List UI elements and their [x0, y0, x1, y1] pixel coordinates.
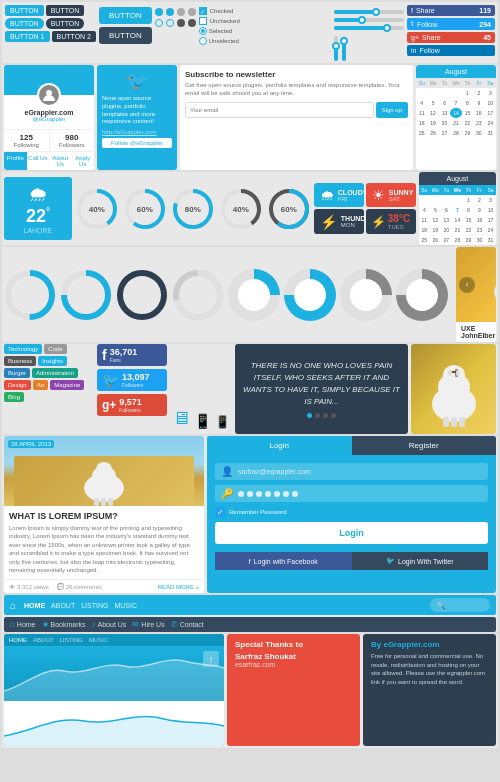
- cal-date-31[interactable]: 31: [485, 128, 496, 138]
- cal-date-22[interactable]: 22: [462, 118, 473, 128]
- cal-date-17[interactable]: 17: [485, 108, 496, 118]
- cal-date-8[interactable]: 8: [462, 98, 473, 108]
- share-fb[interactable]: f Share 119: [407, 5, 495, 16]
- cal-date-5[interactable]: 5: [427, 98, 438, 108]
- cal2-date-23[interactable]: 23: [474, 225, 485, 235]
- follow-li[interactable]: in Follow: [407, 45, 495, 56]
- tw-login-btn[interactable]: 🐦 Login With Twitter: [352, 552, 489, 570]
- quote-dot-4[interactable]: [331, 413, 336, 418]
- vslider-1[interactable]: [334, 36, 338, 61]
- cal2-date-3[interactable]: 3: [485, 195, 496, 205]
- tag-1[interactable]: BUTTON 1: [5, 31, 50, 42]
- pnav-aboutus[interactable]: About Us: [49, 152, 72, 170]
- chart-nav-music[interactable]: MUSIC: [89, 637, 108, 643]
- cal2-date-19[interactable]: 19: [430, 225, 441, 235]
- cal-date-13[interactable]: 13: [439, 108, 450, 118]
- nav2-contact[interactable]: ✆ Contact: [171, 620, 204, 629]
- cal-date-14[interactable]: 14: [450, 108, 461, 118]
- cal2-date-10[interactable]: 10: [485, 205, 496, 215]
- follow-tweet-btn[interactable]: Follow @eGrappler: [102, 138, 172, 148]
- tag-blog[interactable]: Blog: [4, 392, 24, 402]
- cal2-date-17[interactable]: 17: [485, 215, 496, 225]
- chart-nav-listing[interactable]: LISTING: [60, 637, 83, 643]
- cal-date-6[interactable]: 6: [439, 98, 450, 108]
- cal-date-29[interactable]: 29: [462, 128, 473, 138]
- email-input[interactable]: [238, 468, 482, 475]
- quote-dot-3[interactable]: [323, 413, 328, 418]
- cal2-date-9[interactable]: 9: [474, 205, 485, 215]
- cal-date-3[interactable]: 3: [485, 88, 496, 98]
- fb-followers[interactable]: f 36,701 Fans: [97, 344, 167, 366]
- tab-register[interactable]: Register: [352, 436, 497, 455]
- cal2-date-18[interactable]: 18: [419, 225, 430, 235]
- tag-admin[interactable]: Administration: [32, 368, 78, 378]
- slider-prev[interactable]: ‹: [459, 277, 475, 293]
- cal2-date-29[interactable]: 29: [463, 235, 474, 245]
- slider-2[interactable]: [334, 18, 404, 22]
- tag-design[interactable]: Design: [4, 380, 31, 390]
- cal-date-11[interactable]: 11: [416, 108, 427, 118]
- cal2-date-30[interactable]: 30: [474, 235, 485, 245]
- cal2-date-22[interactable]: 22: [463, 225, 474, 235]
- cal2-date-11[interactable]: 11: [419, 215, 430, 225]
- cal-date-27[interactable]: 27: [439, 128, 450, 138]
- cal-date-28[interactable]: 28: [450, 128, 461, 138]
- cal2-date-4[interactable]: 4: [419, 205, 430, 215]
- cal-date-9[interactable]: 9: [473, 98, 484, 108]
- tag-insights[interactable]: Insights: [38, 356, 67, 366]
- chart-nav-about[interactable]: ABOUT: [33, 637, 54, 643]
- slider-3[interactable]: [334, 26, 404, 30]
- cal2-date-21[interactable]: 21: [452, 225, 463, 235]
- tag-art[interactable]: Art: [33, 380, 49, 390]
- nav2-aboutus[interactable]: ♪ About Us: [92, 620, 127, 629]
- btn-primary-3[interactable]: BUTTON: [5, 18, 44, 29]
- newsletter-email-input[interactable]: [185, 102, 374, 118]
- newsletter-signup-btn[interactable]: Sign up: [376, 102, 408, 118]
- cal2-date-28[interactable]: 28: [452, 235, 463, 245]
- slider-1[interactable]: [334, 10, 404, 14]
- cal-date-1[interactable]: 1: [462, 88, 473, 98]
- cal2-date-7[interactable]: 7: [452, 205, 463, 215]
- cal-date-23[interactable]: 23: [473, 118, 484, 128]
- chart-nav-home[interactable]: HOME: [9, 637, 27, 643]
- cal2-date-8[interactable]: 8: [463, 205, 474, 215]
- cal2-date-6[interactable]: 6: [441, 205, 452, 215]
- nav-link-listing[interactable]: LISTING: [81, 602, 108, 609]
- nav2-hireus[interactable]: ✉ Hire Us: [132, 620, 164, 629]
- checkbox-unchecked[interactable]: [199, 17, 207, 25]
- cal-date-10[interactable]: 10: [485, 98, 496, 108]
- cal-date-24[interactable]: 24: [485, 118, 496, 128]
- cal2-date-16[interactable]: 16: [474, 215, 485, 225]
- btn-primary-4[interactable]: BUTTON: [46, 18, 85, 29]
- pnav-applyus[interactable]: Apply Us: [72, 152, 95, 170]
- nav2-home[interactable]: ⌂ Home: [10, 620, 36, 629]
- read-more-link[interactable]: READ MORE »: [158, 583, 199, 590]
- cal-date-16[interactable]: 16: [473, 108, 484, 118]
- cal2-date-13[interactable]: 13: [441, 215, 452, 225]
- tag-burger[interactable]: Burger: [4, 368, 30, 378]
- cal-date-15[interactable]: 15: [462, 108, 473, 118]
- tag-code[interactable]: Code: [44, 344, 66, 354]
- cal2-date-24[interactable]: 24: [485, 225, 496, 235]
- cal2-date-25[interactable]: 25: [419, 235, 430, 245]
- cal-date-20[interactable]: 20: [439, 118, 450, 128]
- btn-large-blue[interactable]: BUTTON: [99, 7, 152, 24]
- cal2-date-26[interactable]: 26: [430, 235, 441, 245]
- cal-date-18[interactable]: 18: [416, 118, 427, 128]
- cal-date-30[interactable]: 30: [473, 128, 484, 138]
- cal-date-12[interactable]: 12: [427, 108, 438, 118]
- cal2-date-5[interactable]: 5: [430, 205, 441, 215]
- cal2-date-27[interactable]: 27: [441, 235, 452, 245]
- checkbox-checked[interactable]: ✓: [199, 7, 207, 15]
- cal-date-4[interactable]: 4: [416, 98, 427, 108]
- cal2-date-12[interactable]: 12: [430, 215, 441, 225]
- cal2-date-31[interactable]: 31: [485, 235, 496, 245]
- cal-date-26[interactable]: 26: [427, 128, 438, 138]
- cal-date-25[interactable]: 25: [416, 128, 427, 138]
- tag-magazine[interactable]: Magazine: [50, 380, 84, 390]
- share-gp[interactable]: g+ Share 45: [407, 32, 495, 43]
- tag-business[interactable]: Business: [4, 356, 36, 366]
- cal2-date-1[interactable]: 1: [463, 195, 474, 205]
- cal2-date-15[interactable]: 15: [463, 215, 474, 225]
- nav-link-music[interactable]: MUSIC: [114, 602, 137, 609]
